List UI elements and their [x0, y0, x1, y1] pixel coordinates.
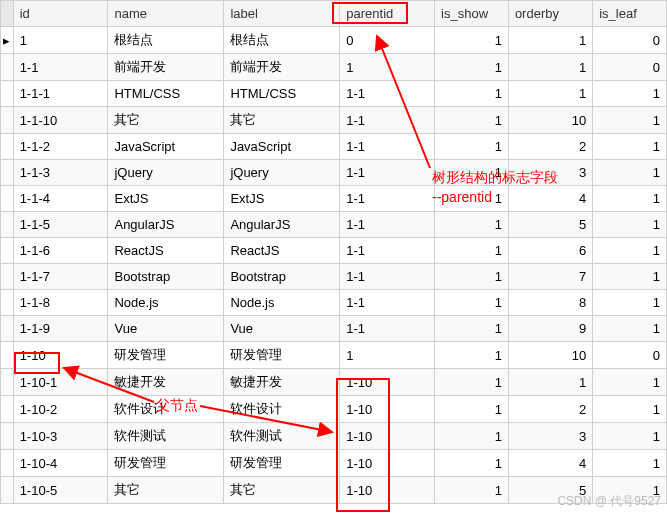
cell-isshow[interactable]: 1 [435, 160, 509, 186]
cell-isshow[interactable]: 1 [435, 342, 509, 369]
cell-label[interactable]: jQuery [224, 160, 340, 186]
cell-isleaf[interactable]: 1 [593, 212, 667, 238]
cell-id[interactable]: 1-1-3 [13, 160, 108, 186]
cell-isshow[interactable]: 1 [435, 264, 509, 290]
cell-label[interactable]: AngularJS [224, 212, 340, 238]
table-row[interactable]: 1-10研发管理研发管理11100 [1, 342, 667, 369]
cell-isleaf[interactable]: 1 [593, 81, 667, 107]
cell-name[interactable]: ExtJS [108, 186, 224, 212]
cell-isshow[interactable]: 1 [435, 423, 509, 450]
col-header-parentid[interactable]: parentid [340, 1, 435, 27]
cell-isshow[interactable]: 1 [435, 396, 509, 423]
cell-parentid[interactable]: 1-10 [340, 477, 435, 504]
table-row[interactable]: 1-1-7BootstrapBootstrap1-1171 [1, 264, 667, 290]
cell-isshow[interactable]: 1 [435, 450, 509, 477]
cell-parentid[interactable]: 1-1 [340, 160, 435, 186]
cell-isleaf[interactable]: 1 [593, 134, 667, 160]
cell-name[interactable]: 其它 [108, 107, 224, 134]
col-header-label[interactable]: label [224, 1, 340, 27]
cell-name[interactable]: Node.js [108, 290, 224, 316]
cell-orderby[interactable]: 10 [508, 107, 592, 134]
cell-parentid[interactable]: 1-10 [340, 396, 435, 423]
cell-orderby[interactable]: 2 [508, 396, 592, 423]
cell-isshow[interactable]: 1 [435, 54, 509, 81]
cell-parentid[interactable]: 1-10 [340, 450, 435, 477]
cell-parentid[interactable]: 1-1 [340, 107, 435, 134]
table-row[interactable]: 1-1-10其它其它1-11101 [1, 107, 667, 134]
cell-parentid[interactable]: 1-1 [340, 264, 435, 290]
cell-parentid[interactable]: 1-1 [340, 290, 435, 316]
cell-name[interactable]: 软件设计 [108, 396, 224, 423]
table-row[interactable]: 1-1前端开发前端开发1110 [1, 54, 667, 81]
cell-orderby[interactable]: 3 [508, 160, 592, 186]
cell-orderby[interactable]: 9 [508, 316, 592, 342]
cell-label[interactable]: JavaScript [224, 134, 340, 160]
cell-label[interactable]: Vue [224, 316, 340, 342]
cell-isleaf[interactable]: 1 [593, 160, 667, 186]
db-table[interactable]: id name label parentid is_show orderby i… [0, 0, 667, 504]
cell-isshow[interactable]: 1 [435, 186, 509, 212]
table-row[interactable]: 1-1-4ExtJSExtJS1-1141 [1, 186, 667, 212]
col-header-isleaf[interactable]: is_leaf [593, 1, 667, 27]
cell-isshow[interactable]: 1 [435, 212, 509, 238]
cell-id[interactable]: 1-1 [13, 54, 108, 81]
cell-orderby[interactable]: 7 [508, 264, 592, 290]
table-row[interactable]: 1-1-5AngularJSAngularJS1-1151 [1, 212, 667, 238]
cell-label[interactable]: 研发管理 [224, 342, 340, 369]
cell-isshow[interactable]: 1 [435, 134, 509, 160]
col-header-name[interactable]: name [108, 1, 224, 27]
cell-parentid[interactable]: 1-1 [340, 316, 435, 342]
table-row[interactable]: 1-10-2软件设计软件设计1-10121 [1, 396, 667, 423]
cell-id[interactable]: 1-10-4 [13, 450, 108, 477]
cell-name[interactable]: jQuery [108, 160, 224, 186]
table-row[interactable]: 1-1-6ReactJSReactJS1-1161 [1, 238, 667, 264]
cell-parentid[interactable]: 1-10 [340, 369, 435, 396]
cell-id[interactable]: 1-10-5 [13, 477, 108, 504]
cell-isleaf[interactable]: 1 [593, 186, 667, 212]
cell-label[interactable]: 其它 [224, 107, 340, 134]
cell-id[interactable]: 1-1-7 [13, 264, 108, 290]
cell-isleaf[interactable]: 1 [593, 369, 667, 396]
cell-id[interactable]: 1-1-4 [13, 186, 108, 212]
cell-parentid[interactable]: 1-1 [340, 134, 435, 160]
cell-isshow[interactable]: 1 [435, 81, 509, 107]
cell-label[interactable]: 前端开发 [224, 54, 340, 81]
cell-id[interactable]: 1-1-6 [13, 238, 108, 264]
col-header-isshow[interactable]: is_show [435, 1, 509, 27]
cell-isleaf[interactable]: 1 [593, 264, 667, 290]
cell-id[interactable]: 1-1-1 [13, 81, 108, 107]
cell-orderby[interactable]: 1 [508, 369, 592, 396]
cell-id[interactable]: 1 [13, 27, 108, 54]
cell-parentid[interactable]: 1 [340, 342, 435, 369]
cell-id[interactable]: 1-1-2 [13, 134, 108, 160]
cell-label[interactable]: Bootstrap [224, 264, 340, 290]
cell-orderby[interactable]: 1 [508, 27, 592, 54]
cell-orderby[interactable]: 4 [508, 186, 592, 212]
table-row[interactable]: 1-10-1敏捷开发敏捷开发1-10111 [1, 369, 667, 396]
table-row[interactable]: 1-1-8Node.jsNode.js1-1181 [1, 290, 667, 316]
cell-id[interactable]: 1-10-3 [13, 423, 108, 450]
cell-isleaf[interactable]: 0 [593, 342, 667, 369]
cell-isshow[interactable]: 1 [435, 316, 509, 342]
cell-id[interactable]: 1-1-10 [13, 107, 108, 134]
cell-isleaf[interactable]: 0 [593, 54, 667, 81]
cell-orderby[interactable]: 4 [508, 450, 592, 477]
cell-parentid[interactable]: 1-10 [340, 423, 435, 450]
cell-parentid[interactable]: 1-1 [340, 238, 435, 264]
cell-label[interactable]: 软件设计 [224, 396, 340, 423]
cell-isleaf[interactable]: 1 [593, 290, 667, 316]
cell-isshow[interactable]: 1 [435, 107, 509, 134]
cell-isshow[interactable]: 1 [435, 238, 509, 264]
table-row[interactable]: 1-1-3jQueryjQuery1-1131 [1, 160, 667, 186]
cell-name[interactable]: 研发管理 [108, 450, 224, 477]
cell-name[interactable]: 其它 [108, 477, 224, 504]
cell-isleaf[interactable]: 0 [593, 27, 667, 54]
cell-id[interactable]: 1-1-5 [13, 212, 108, 238]
cell-orderby[interactable]: 10 [508, 342, 592, 369]
cell-parentid[interactable]: 1-1 [340, 81, 435, 107]
cell-parentid[interactable]: 1-1 [340, 212, 435, 238]
cell-isleaf[interactable]: 1 [593, 107, 667, 134]
cell-name[interactable]: JavaScript [108, 134, 224, 160]
cell-name[interactable]: 根结点 [108, 27, 224, 54]
cell-isleaf[interactable]: 1 [593, 316, 667, 342]
